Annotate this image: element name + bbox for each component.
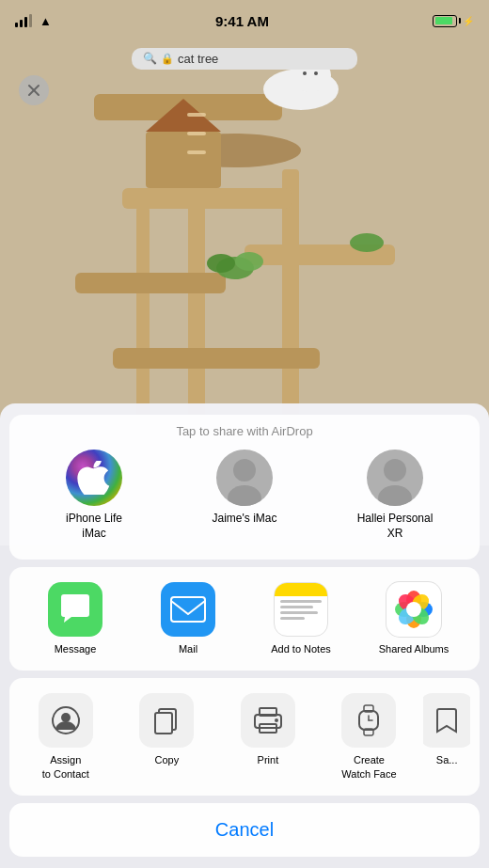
app-label-mail: Mail <box>179 642 197 655</box>
svg-point-40 <box>406 602 421 617</box>
airdrop-title: Tap to share with AirDrop <box>9 424 480 438</box>
airdrop-contact-jaime[interactable]: Jaime's iMac <box>202 450 287 541</box>
print-icon <box>241 693 295 748</box>
action-label-print: Print <box>258 753 279 766</box>
app-row: Message Mail <box>19 582 470 655</box>
search-bar: 🔍 🔒 cat tree <box>0 41 489 75</box>
action-item-print[interactable]: Print <box>221 693 315 766</box>
cancel-section: Cancel <box>9 803 480 857</box>
message-icon <box>48 582 103 637</box>
svg-rect-31 <box>171 597 205 622</box>
action-label-assign-contact: Assignto Contact <box>42 753 89 781</box>
action-label-save: Sa... <box>436 753 458 766</box>
airdrop-label-jaime: Jaime's iMac <box>213 512 277 527</box>
message-bubble-icon <box>58 592 92 626</box>
apps-section: Message Mail <box>9 567 480 671</box>
watch-face-icon <box>341 693 396 748</box>
assign-contact-icon <box>39 693 93 748</box>
action-item-copy[interactable]: Copy <box>120 693 214 766</box>
svg-rect-18 <box>187 113 206 117</box>
app-label-message: Message <box>55 642 97 655</box>
svg-point-48 <box>275 718 278 722</box>
search-icon: 🔍 <box>143 52 157 65</box>
airdrop-avatar-hallei <box>367 450 423 506</box>
copy-icon <box>139 693 194 748</box>
cancel-button[interactable]: Cancel <box>9 803 480 857</box>
app-item-shared-albums[interactable]: Shared Albums <box>376 582 451 655</box>
battery-area: ⚡ <box>433 15 474 27</box>
app-label-notes: Add to Notes <box>271 642 331 655</box>
apple-logo-icon <box>77 461 111 495</box>
close-icon <box>27 84 40 97</box>
apple-watch-icon <box>355 704 382 736</box>
person-circle-icon <box>51 705 81 735</box>
photos-icon <box>386 582 441 637</box>
airdrop-avatar-apple <box>66 450 122 506</box>
airdrop-contact-iphone-life[interactable]: iPhone LifeiMac <box>52 450 136 541</box>
app-item-mail[interactable]: Mail <box>150 582 226 655</box>
status-bar: ▲ 9:41 AM ⚡ <box>0 0 489 41</box>
action-row: Assignto Contact Copy <box>19 693 470 781</box>
airdrop-section: Tap to share with AirDrop iPhone LifeiMa… <box>9 415 480 560</box>
wifi-icon: ▲ <box>39 14 52 28</box>
signal-icon <box>15 14 32 27</box>
action-item-watch-face[interactable]: CreateWatch Face <box>323 693 417 781</box>
svg-rect-8 <box>113 348 320 369</box>
svg-point-22 <box>207 254 235 273</box>
person-silhouette-icon-2 <box>367 450 423 506</box>
svg-rect-20 <box>187 150 206 154</box>
photos-pinwheel-icon <box>391 587 436 632</box>
airdrop-label-iphone-life: iPhone LifeiMac <box>66 512 122 541</box>
svg-rect-44 <box>155 713 172 734</box>
svg-point-29 <box>384 459 406 481</box>
battery-icon: ⚡ <box>433 15 474 27</box>
search-query: cat tree <box>178 52 218 66</box>
svg-point-28 <box>228 485 261 506</box>
svg-rect-10 <box>146 132 221 188</box>
action-item-save[interactable]: Sa... <box>423 693 470 766</box>
svg-point-30 <box>378 485 412 506</box>
share-sheet: Tap to share with AirDrop iPhone LifeiMa… <box>0 403 489 868</box>
save-icon <box>423 693 470 748</box>
svg-rect-19 <box>187 132 206 135</box>
svg-point-27 <box>233 459 256 481</box>
svg-point-23 <box>235 252 263 271</box>
close-button[interactable] <box>19 75 49 105</box>
svg-rect-5 <box>122 188 292 209</box>
notes-icon <box>274 582 328 637</box>
airdrop-contacts: iPhone LifeiMac Jaime's iMac <box>9 450 480 550</box>
svg-point-24 <box>350 233 384 252</box>
mail-envelope-icon <box>170 596 206 623</box>
app-item-notes[interactable]: Add to Notes <box>263 582 339 655</box>
clock: 9:41 AM <box>215 13 269 29</box>
copy-documents-icon <box>152 705 181 735</box>
search-input-container[interactable]: 🔍 🔒 cat tree <box>132 48 357 70</box>
app-label-shared-albums: Shared Albums <box>379 642 450 655</box>
action-item-assign-contact[interactable]: Assignto Contact <box>19 693 113 781</box>
svg-rect-6 <box>75 273 226 293</box>
airdrop-contact-hallei[interactable]: Hallei Per­sonal XR <box>353 450 437 541</box>
action-label-watch-face: CreateWatch Face <box>341 753 396 781</box>
app-item-message[interactable]: Message <box>38 582 113 655</box>
save-bookmark-icon <box>434 707 460 734</box>
signal-area: ▲ <box>15 14 52 28</box>
lock-icon: 🔒 <box>161 53 174 65</box>
airdrop-avatar-jaime <box>216 450 273 506</box>
svg-point-42 <box>61 713 71 722</box>
printer-icon <box>253 707 283 734</box>
action-label-copy: Copy <box>155 753 180 766</box>
actions-section: Assignto Contact Copy <box>9 678 480 796</box>
airdrop-label-hallei: Hallei Per­sonal XR <box>353 512 437 541</box>
person-silhouette-icon <box>216 450 273 506</box>
mail-icon <box>161 582 215 637</box>
